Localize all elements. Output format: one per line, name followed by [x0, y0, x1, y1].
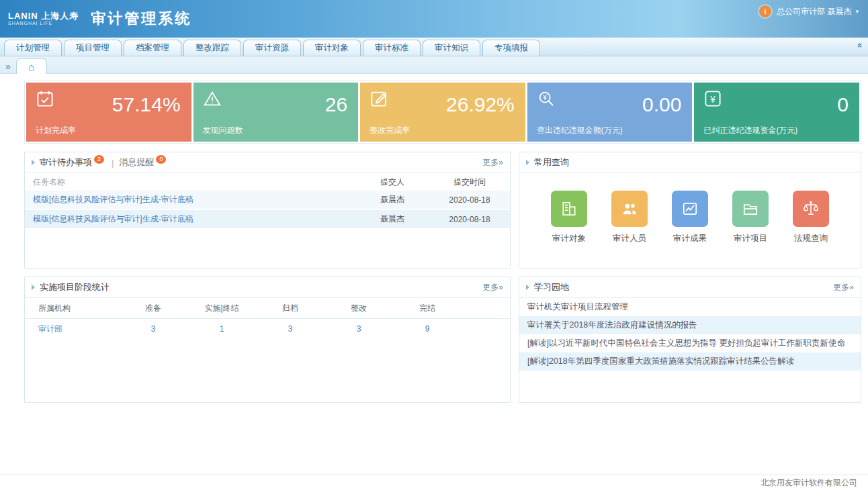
- calendar-check-icon: [35, 89, 55, 109]
- org-link[interactable]: 审计部: [25, 324, 119, 335]
- yuan-icon: ¥: [703, 89, 723, 109]
- stage-stats-title: 实施项目阶段统计: [40, 281, 110, 293]
- panel-arrow-icon: [526, 160, 529, 165]
- open-tabs-bar: » ⌂: [0, 56, 868, 74]
- stage-stats-panel: 实施项目阶段统计 更多» 所属机构 准备 实施|终结 归档 整改 完结 审计部 …: [24, 277, 511, 403]
- col-finish: 完结: [393, 303, 462, 314]
- stat-value: 0: [837, 93, 849, 116]
- tab-audit-resource[interactable]: 审计资源: [243, 40, 301, 56]
- edit-icon: [369, 89, 389, 109]
- user-dept: 总公司审计部: [777, 6, 825, 17]
- todo-panel: 审计待办事项 2 | 消息提醒 0 更多» 任务名称 提交人 提交时间 模版[信…: [24, 152, 511, 268]
- tab-plan-mgmt[interactable]: 计划管理: [4, 40, 62, 56]
- stage-count-prepare[interactable]: 3: [119, 324, 187, 334]
- learning-list: 审计机关审计项目流程管理 审计署关于2018年度法治政府建设情况的报告 [解读]…: [519, 298, 861, 371]
- quick-link-law-query[interactable]: 法规查询: [787, 191, 835, 244]
- stage-stats-more-link[interactable]: 更多»: [482, 282, 503, 293]
- todo-tab[interactable]: 审计待办事项: [40, 156, 92, 168]
- footer-company: 北京用友审计软件有限公司: [761, 477, 857, 489]
- panel-arrow-icon: [526, 285, 529, 290]
- list-item[interactable]: [解读]以习近平新时代中国特色社会主义思想为指导 更好担负起审计工作新职责新使命: [519, 334, 861, 352]
- panel-grid: 审计待办事项 2 | 消息提醒 0 更多» 任务名称 提交人 提交时间 模版[信…: [24, 152, 861, 403]
- quick-label: 审计成果: [666, 233, 714, 244]
- todo-table-header: 任务名称 提交人 提交时间: [25, 173, 510, 191]
- stat-value: 26.92%: [446, 93, 515, 116]
- stat-label: 查出违纪违规金额(万元): [537, 125, 623, 136]
- todo-badge: 2: [94, 155, 104, 164]
- stat-label: 已纠正违纪违规资金(万元): [703, 125, 797, 136]
- tab-rectify-track[interactable]: 整改跟踪: [183, 40, 241, 56]
- stat-value: 0.00: [642, 93, 681, 116]
- stage-table-header: 所属机构 准备 实施|终结 归档 整改 完结: [25, 298, 510, 319]
- table-row[interactable]: 模版[信息科技风险评估与审计]生成-审计底稿 聂晨杰 2020-08-18: [25, 210, 510, 230]
- stat-card-issues-found[interactable]: 26 发现问题数: [193, 83, 359, 142]
- tab-project-mgmt[interactable]: 项目管理: [64, 40, 122, 56]
- logo-text: LANIN 上海人寿: [8, 11, 79, 21]
- todo-panel-header: 审计待办事项 2 | 消息提醒 0 更多»: [25, 152, 510, 173]
- notification-icon[interactable]: i: [759, 5, 771, 17]
- col-task-name: 任务名称: [25, 177, 355, 188]
- quick-query-body: 审计对象 审计人员: [519, 173, 861, 244]
- tab-special-report[interactable]: 专项填报: [482, 40, 540, 56]
- tab-archive-mgmt[interactable]: 档案管理: [124, 40, 181, 56]
- stat-card-violation-amount[interactable]: ¥ 0.00 查出违纪违规金额(万元): [527, 83, 693, 142]
- learning-more-link[interactable]: 更多»: [833, 282, 854, 293]
- stage-count-finish[interactable]: 9: [393, 324, 462, 334]
- search-amount-icon: ¥: [536, 89, 556, 109]
- user-area: i 总公司审计部 聂晨杰 ▾: [759, 5, 859, 17]
- svg-text:¥: ¥: [542, 94, 547, 101]
- task-link[interactable]: 模版[信息科技风险评估与审计]生成-审计底稿: [25, 213, 355, 225]
- quick-query-header: 常用查询: [519, 152, 861, 173]
- chart-photo-icon: [672, 191, 708, 227]
- tab-audit-object[interactable]: 审计对象: [303, 40, 361, 56]
- list-item[interactable]: 审计机关审计项目流程管理: [519, 298, 861, 316]
- quick-link-audit-staff[interactable]: 审计人员: [605, 191, 654, 244]
- stat-value: 57.14%: [112, 93, 181, 116]
- col-rectify: 整改: [324, 303, 393, 314]
- stage-count-archive[interactable]: 3: [256, 324, 324, 334]
- quick-link-audit-object[interactable]: 审计对象: [545, 191, 593, 244]
- quick-link-audit-results[interactable]: 审计成果: [666, 191, 714, 244]
- tab-home[interactable]: ⌂: [16, 58, 47, 74]
- todo-more-link[interactable]: 更多»: [482, 157, 503, 168]
- stage-stats-header: 实施项目阶段统计 更多»: [25, 277, 510, 298]
- user-menu-caret-icon[interactable]: ▾: [855, 8, 859, 15]
- task-time: 2020-08-18: [429, 215, 510, 224]
- stat-label: 整改完成率: [370, 125, 410, 136]
- panel-arrow-icon: [32, 160, 35, 165]
- collapse-tabs-icon[interactable]: «: [856, 43, 865, 48]
- table-row[interactable]: 模版[信息科技风险评估与审计]生成-审计底稿 聂晨杰 2020-08-18: [25, 191, 510, 210]
- learning-panel: 学习园地 更多» 审计机关审计项目流程管理 审计署关于2018年度法治政府建设情…: [519, 277, 861, 403]
- quick-label: 审计对象: [545, 233, 593, 244]
- tab-audit-standard[interactable]: 审计标准: [363, 40, 421, 56]
- todo-table-body: 模版[信息科技风险评估与审计]生成-审计底稿 聂晨杰 2020-08-18 模版…: [25, 191, 510, 230]
- col-submit-time: 提交时间: [429, 177, 510, 188]
- stat-label: 发现问题数: [203, 125, 243, 136]
- stage-count-implement[interactable]: 1: [187, 324, 256, 334]
- table-row: 审计部 3 1 3 3 9: [25, 319, 510, 339]
- app-title: 审计管理系统: [91, 9, 191, 29]
- list-item[interactable]: [解读]2018年第四季度国家重大政策措施落实情况跟踪审计结果公告解读: [519, 352, 861, 371]
- scale-icon: [793, 191, 829, 227]
- task-link[interactable]: 模版[信息科技风险评估与审计]生成-审计底稿: [25, 194, 355, 205]
- learning-title: 学习园地: [534, 281, 569, 293]
- stat-card-plan-completion[interactable]: 57.14% 计划完成率: [26, 83, 191, 142]
- tab-audit-knowledge[interactable]: 审计知识: [423, 40, 480, 56]
- quick-label: 法规查询: [787, 233, 835, 244]
- col-implement: 实施|终结: [187, 303, 256, 314]
- messages-tab[interactable]: 消息提醒: [119, 156, 154, 168]
- stage-count-rectify[interactable]: 3: [324, 324, 393, 334]
- stat-card-corrected-funds[interactable]: ¥ 0 已纠正违纪违规资金(万元): [694, 83, 859, 142]
- list-item[interactable]: 审计署关于2018年度法治政府建设情况的报告: [519, 316, 861, 334]
- task-submitter: 聂晨杰: [355, 213, 429, 225]
- sidebar-expand-icon[interactable]: »: [5, 62, 11, 71]
- divider: |: [112, 158, 114, 168]
- quick-label: 审计项目: [726, 233, 775, 244]
- col-submitter: 提交人: [355, 177, 429, 188]
- stat-card-rectify-completion[interactable]: 26.92% 整改完成率: [360, 83, 525, 142]
- people-icon: [611, 191, 648, 227]
- quick-link-audit-projects[interactable]: 审计项目: [726, 191, 775, 244]
- col-org: 所属机构: [25, 303, 119, 314]
- app-header: LANIN 上海人寿 SHANGHAI LIFE 审计管理系统 i 总公司审计部…: [0, 0, 868, 38]
- user-name[interactable]: 聂晨杰: [827, 6, 851, 17]
